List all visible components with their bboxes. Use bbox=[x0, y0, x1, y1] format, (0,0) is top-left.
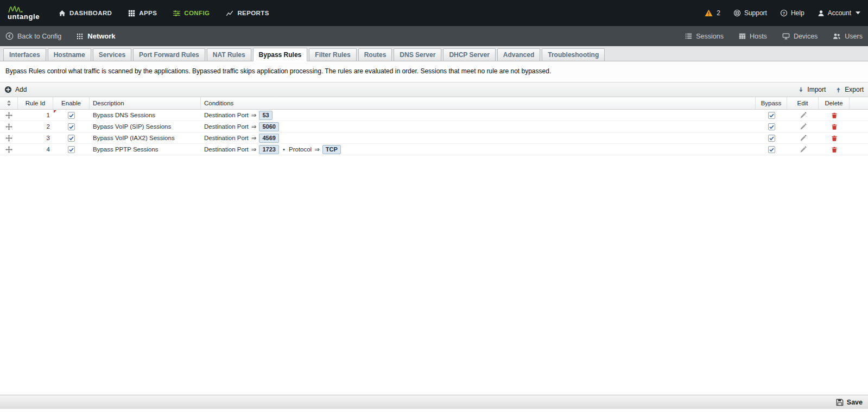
delete-button[interactable] bbox=[831, 112, 838, 119]
column-header-rule-id[interactable]: Rule Id bbox=[18, 97, 53, 109]
top-bar-right: 2 Support ? Help Account bbox=[705, 9, 860, 17]
sessions-button[interactable]: Sessions bbox=[685, 33, 724, 40]
condition: Destination Port⇒1723 bbox=[204, 145, 279, 154]
reorder-column-header[interactable] bbox=[0, 97, 18, 109]
tab-services[interactable]: Services bbox=[93, 48, 131, 61]
enable-cell bbox=[53, 121, 90, 132]
devices-button[interactable]: Devices bbox=[782, 33, 818, 40]
column-header-delete[interactable]: Delete bbox=[819, 97, 850, 109]
delete-button[interactable] bbox=[831, 146, 838, 153]
rules-panel: Add Import Export bbox=[0, 82, 868, 395]
row-spacer bbox=[850, 110, 868, 121]
edit-button[interactable] bbox=[800, 123, 807, 130]
table-row: 2Bypass VoIP (SIP) SessionsDestination P… bbox=[0, 121, 868, 132]
table-header: Rule Id Enable Description Conditions By… bbox=[0, 97, 868, 110]
untangle-logo[interactable]: untangle bbox=[8, 5, 40, 21]
tab-nat-rules[interactable]: NAT Rules bbox=[207, 48, 251, 61]
tab-interfaces[interactable]: Interfaces bbox=[3, 48, 46, 61]
users-button[interactable]: Users bbox=[833, 33, 863, 40]
column-header-conditions[interactable]: Conditions bbox=[201, 97, 756, 109]
tab-routes[interactable]: Routes bbox=[358, 48, 392, 61]
bypass-checkbox[interactable] bbox=[768, 112, 775, 119]
breadcrumb-bar: Back to Config Network SessionsHostsDevi… bbox=[0, 26, 868, 46]
tab-dhcp-server[interactable]: DHCP Server bbox=[443, 48, 495, 61]
nav-item-reports[interactable]: REPORTS bbox=[218, 0, 277, 26]
edit-button[interactable] bbox=[800, 112, 807, 119]
alerts-indicator[interactable]: 2 bbox=[705, 9, 720, 17]
rule-id-cell: 4 bbox=[18, 144, 53, 155]
description-cell: Bypass PPTP Sessions bbox=[90, 144, 201, 155]
nav-item-apps[interactable]: APPS bbox=[120, 0, 165, 26]
help-button[interactable]: ? Help bbox=[780, 9, 804, 17]
support-button[interactable]: Support bbox=[733, 9, 767, 17]
condition-value-badge: TCP bbox=[322, 145, 341, 154]
column-header-edit[interactable]: Edit bbox=[787, 97, 819, 109]
grid-empty-area bbox=[0, 155, 868, 395]
sub-tool-label: Devices bbox=[794, 33, 818, 40]
edit-button[interactable] bbox=[800, 146, 807, 153]
alerts-count: 2 bbox=[717, 9, 720, 17]
bypass-cell bbox=[756, 144, 787, 155]
import-button[interactable]: Import bbox=[798, 86, 826, 93]
move-icon bbox=[5, 123, 12, 130]
conditions-cell: Destination Port⇒53 bbox=[201, 110, 756, 121]
edit-button[interactable] bbox=[800, 135, 807, 142]
delete-button[interactable] bbox=[831, 135, 838, 142]
column-header-bypass[interactable]: Bypass bbox=[756, 97, 787, 109]
enable-checkbox[interactable] bbox=[68, 112, 75, 119]
hosts-icon bbox=[739, 33, 746, 40]
description-cell: Bypass DNS Sessions bbox=[90, 110, 201, 121]
table-row: 3Bypass VoIP (IAX2) SessionsDestination … bbox=[0, 132, 868, 144]
network-grid-icon bbox=[77, 33, 83, 40]
save-button[interactable]: Save bbox=[836, 399, 863, 406]
row-drag-handle[interactable] bbox=[0, 110, 18, 121]
tab-troubleshooting[interactable]: Troubleshooting bbox=[542, 48, 605, 61]
account-menu[interactable]: Account bbox=[818, 9, 860, 17]
row-spacer bbox=[850, 121, 868, 132]
move-icon bbox=[5, 112, 12, 119]
users-icon bbox=[833, 33, 841, 40]
enable-cell bbox=[53, 144, 90, 155]
tab-advanced[interactable]: Advanced bbox=[497, 48, 540, 61]
enable-checkbox[interactable] bbox=[68, 135, 75, 142]
row-spacer bbox=[850, 144, 868, 155]
tab-filter-rules[interactable]: Filter Rules bbox=[309, 48, 356, 61]
add-label: Add bbox=[15, 86, 27, 93]
export-button[interactable]: Export bbox=[835, 86, 864, 93]
hosts-button[interactable]: Hosts bbox=[739, 33, 767, 40]
move-icon bbox=[5, 146, 12, 153]
condition-value-badge: 53 bbox=[259, 111, 272, 120]
lifebuoy-icon bbox=[733, 9, 741, 17]
edit-cell bbox=[787, 132, 819, 143]
condition-value-badge: 1723 bbox=[259, 145, 278, 154]
devices-icon bbox=[782, 33, 790, 40]
delete-button[interactable] bbox=[831, 123, 838, 130]
tab-port-forward-rules[interactable]: Port Forward Rules bbox=[133, 48, 205, 61]
row-drag-handle[interactable] bbox=[0, 144, 18, 155]
config-tabs: InterfacesHostnameServicesPort Forward R… bbox=[0, 46, 868, 61]
back-to-config-button[interactable]: Back to Config bbox=[5, 32, 61, 40]
bypass-checkbox[interactable] bbox=[768, 135, 775, 142]
reports-icon bbox=[226, 10, 233, 17]
column-header-description[interactable]: Description bbox=[90, 97, 201, 109]
enable-checkbox[interactable] bbox=[68, 123, 75, 130]
bottom-spacer bbox=[0, 409, 868, 417]
bypass-checkbox[interactable] bbox=[768, 146, 775, 153]
bypass-checkbox[interactable] bbox=[768, 123, 775, 130]
tab-dns-server[interactable]: DNS Server bbox=[394, 48, 441, 61]
row-drag-handle[interactable] bbox=[0, 121, 18, 132]
nav-item-config[interactable]: CONFIG bbox=[165, 0, 218, 26]
add-button[interactable]: Add bbox=[4, 86, 27, 93]
row-drag-handle[interactable] bbox=[0, 132, 18, 143]
sort-arrows-icon bbox=[7, 100, 11, 106]
tab-hostname[interactable]: Hostname bbox=[48, 48, 91, 61]
tab-bypass-rules[interactable]: Bypass Rules bbox=[253, 48, 308, 61]
delete-cell bbox=[819, 132, 850, 143]
nav-item-dashboard[interactable]: DASHBOARD bbox=[50, 0, 120, 26]
enable-checkbox[interactable] bbox=[68, 146, 75, 153]
column-header-enable[interactable]: Enable bbox=[53, 97, 90, 109]
conditions-cell: Destination Port⇒5060 bbox=[201, 121, 756, 132]
column-header-spacer bbox=[850, 97, 868, 109]
rule-id-cell: 2 bbox=[18, 121, 53, 132]
page-description: Bypass Rules control what traffic is sca… bbox=[0, 61, 868, 82]
